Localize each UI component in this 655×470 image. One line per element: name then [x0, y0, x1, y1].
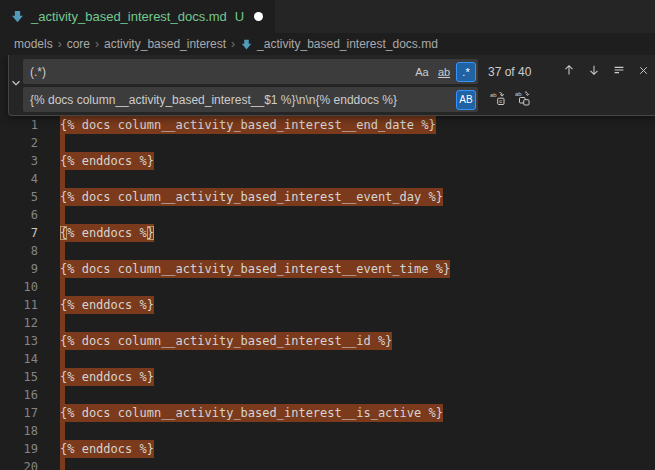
replace-input[interactable]: {% docs column__activity_based_interest_…: [23, 87, 478, 112]
match-highlight: {% docs column__activity_based_interest_…: [60, 404, 443, 422]
code-line[interactable]: 8: [0, 242, 655, 260]
line-content: {% docs column__activity_based_interest_…: [60, 260, 450, 278]
replace-value[interactable]: {% docs column__activity_based_interest_…: [30, 93, 456, 107]
chevron-down-icon: [9, 76, 23, 94]
line-number: 20: [0, 458, 38, 470]
previous-match-button[interactable]: [558, 61, 579, 82]
code-line[interactable]: 14: [0, 350, 655, 368]
line-content: {% enddocs %}: [60, 152, 154, 170]
code-line[interactable]: 18: [0, 422, 655, 440]
code-line[interactable]: 10: [0, 278, 655, 296]
breadcrumb-item[interactable]: _activity_based_interest_docs.md: [240, 37, 438, 51]
code-area[interactable]: 1{% docs column__activity_based_interest…: [0, 116, 655, 470]
line-content: [60, 134, 65, 152]
editor-tab[interactable]: _activity_based_interest_docs.md U: [0, 0, 275, 33]
svg-text:c: c: [499, 98, 502, 104]
line-content: {% enddocs %}: [60, 440, 154, 458]
code-line[interactable]: 9{% docs column__activity_based_interest…: [0, 260, 655, 278]
breadcrumb-item[interactable]: models: [14, 37, 53, 51]
line-number: 12: [0, 314, 38, 332]
empty-match-highlight: [60, 206, 65, 224]
match-highlight: {% enddocs %}: [60, 368, 154, 386]
breadcrumb-item-label: _activity_based_interest_docs.md: [257, 37, 438, 51]
unsaved-changes-dot-icon[interactable]: [254, 12, 263, 21]
match-highlight: {% docs column__activity_based_interest_…: [60, 188, 443, 206]
code-line[interactable]: 15{% enddocs %}: [0, 368, 655, 386]
line-number: 14: [0, 350, 38, 368]
line-number: 9: [0, 260, 38, 278]
breadcrumb-separator-icon: ›: [95, 37, 99, 51]
line-content: [60, 206, 65, 224]
breadcrumb-item[interactable]: activity_based_interest: [104, 37, 226, 51]
line-number: 15: [0, 368, 38, 386]
code-line[interactable]: 4: [0, 170, 655, 188]
toggle-replace-button[interactable]: [9, 55, 23, 115]
breadcrumb: models›core›activity_based_interest›_act…: [0, 33, 655, 55]
line-number: 10: [0, 278, 38, 296]
code-line[interactable]: 16: [0, 386, 655, 404]
code-line[interactable]: 1{% docs column__activity_based_interest…: [0, 116, 655, 134]
code-line[interactable]: 7{% enddocs %}: [0, 224, 655, 242]
arrow-up-icon: [562, 63, 576, 80]
line-content: [60, 278, 65, 296]
line-number: 13: [0, 332, 38, 350]
line-content: [60, 458, 65, 470]
line-content: {% docs column__activity_based_interest_…: [60, 116, 436, 134]
tab-filename: _activity_based_interest_docs.md: [31, 9, 227, 24]
line-content: {% enddocs %}: [60, 224, 154, 242]
empty-match-highlight: [60, 278, 65, 296]
code-line[interactable]: 3{% enddocs %}: [0, 152, 655, 170]
code-line[interactable]: 20: [0, 458, 655, 470]
match-highlight: {% docs column__activity_based_interest_…: [60, 332, 392, 350]
code-line[interactable]: 2: [0, 134, 655, 152]
close-button[interactable]: [633, 61, 654, 82]
code-line[interactable]: 6: [0, 206, 655, 224]
find-in-selection-button[interactable]: [608, 61, 629, 82]
svg-text:ab: ab: [515, 91, 522, 97]
match-case-toggle[interactable]: Aa: [412, 62, 432, 82]
match-highlight: {% enddocs %}: [60, 152, 154, 170]
code-line[interactable]: 13{% docs column__activity_based_interes…: [0, 332, 655, 350]
breadcrumb-separator-icon: ›: [58, 37, 62, 51]
line-content: [60, 386, 65, 404]
line-number: 4: [0, 170, 38, 188]
breadcrumb-separator-icon: ›: [231, 37, 235, 51]
line-content: [60, 170, 65, 188]
git-status-badge: U: [235, 9, 244, 24]
markdown-file-icon: [10, 9, 25, 24]
code-line[interactable]: 5{% docs column__activity_based_interest…: [0, 188, 655, 206]
whole-word-toggle[interactable]: ab: [434, 62, 454, 82]
next-match-button[interactable]: [583, 61, 604, 82]
line-content: [60, 314, 65, 332]
match-highlight: {% docs column__activity_based_interest_…: [60, 260, 450, 278]
selection-lines-icon: [612, 63, 626, 80]
regex-toggle[interactable]: .*: [456, 62, 476, 82]
match-highlight: {% docs column__activity_based_interest_…: [60, 116, 436, 134]
arrow-down-icon: [587, 63, 601, 80]
line-content: {% enddocs %}: [60, 368, 154, 386]
preserve-case-toggle[interactable]: AB: [456, 90, 476, 110]
find-value[interactable]: (.*): [30, 65, 412, 79]
code-line[interactable]: 19{% enddocs %}: [0, 440, 655, 458]
code-line[interactable]: 12: [0, 314, 655, 332]
empty-match-highlight: [60, 314, 65, 332]
line-content: {% docs column__activity_based_interest_…: [60, 332, 392, 350]
replace-icon: ab c: [489, 90, 505, 109]
tab-bar: _activity_based_interest_docs.md U: [0, 0, 655, 33]
find-input[interactable]: (.*) Aa ab .*: [23, 59, 478, 84]
replace-button[interactable]: ab c: [486, 89, 507, 110]
find-replace-widget: (.*) Aa ab .* 37 of 40: [8, 55, 655, 116]
match-count: 37 of 40: [488, 65, 546, 79]
line-number: 2: [0, 134, 38, 152]
bracket-match-close: }: [147, 226, 154, 240]
line-number: 7: [0, 224, 38, 242]
empty-match-highlight: [60, 170, 65, 188]
editor-pane[interactable]: 1{% docs column__activity_based_interest…: [0, 55, 655, 470]
empty-match-highlight: [60, 386, 65, 404]
line-content: [60, 350, 65, 368]
code-line[interactable]: 11{% enddocs %}: [0, 296, 655, 314]
line-number: 3: [0, 152, 38, 170]
replace-all-button[interactable]: ab: [511, 89, 532, 110]
code-line[interactable]: 17{% docs column__activity_based_interes…: [0, 404, 655, 422]
breadcrumb-item[interactable]: core: [67, 37, 90, 51]
